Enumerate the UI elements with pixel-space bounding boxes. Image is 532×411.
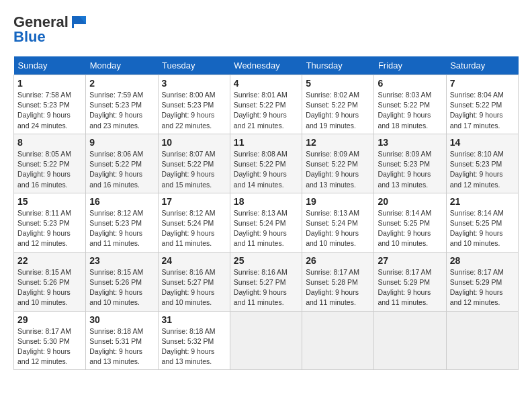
calendar-cell: 16Sunrise: 8:12 AM Sunset: 5:23 PM Dayli… <box>86 193 158 252</box>
day-number: 3 <box>162 78 226 89</box>
day-number: 19 <box>306 196 370 207</box>
day-info: Sunrise: 8:13 AM Sunset: 5:24 PM Dayligh… <box>306 208 370 249</box>
day-number: 13 <box>378 137 442 148</box>
calendar-cell: 7Sunrise: 8:04 AM Sunset: 5:22 PM Daylig… <box>446 75 518 134</box>
day-number: 26 <box>306 255 370 266</box>
calendar-cell: 5Sunrise: 8:02 AM Sunset: 5:22 PM Daylig… <box>302 75 374 134</box>
day-info: Sunrise: 8:09 AM Sunset: 5:22 PM Dayligh… <box>306 149 370 190</box>
calendar-week-row: 29Sunrise: 8:17 AM Sunset: 5:30 PM Dayli… <box>14 311 519 370</box>
day-info: Sunrise: 8:18 AM Sunset: 5:31 PM Dayligh… <box>89 326 154 367</box>
day-of-week-header: Sunday <box>14 56 86 75</box>
logo: General Blue <box>13 13 89 46</box>
day-info: Sunrise: 8:14 AM Sunset: 5:25 PM Dayligh… <box>378 208 442 249</box>
day-info: Sunrise: 8:04 AM Sunset: 5:22 PM Dayligh… <box>450 90 515 131</box>
day-number: 17 <box>162 196 226 207</box>
day-info: Sunrise: 8:17 AM Sunset: 5:28 PM Dayligh… <box>306 267 370 308</box>
day-number: 22 <box>17 255 82 266</box>
calendar-cell: 26Sunrise: 8:17 AM Sunset: 5:28 PM Dayli… <box>302 252 374 311</box>
calendar-cell: 8Sunrise: 8:05 AM Sunset: 5:22 PM Daylig… <box>14 134 86 193</box>
page-header: General Blue <box>13 13 519 46</box>
calendar-header-row: SundayMondayTuesdayWednesdayThursdayFrid… <box>14 56 519 75</box>
day-number: 5 <box>306 78 370 89</box>
day-number: 20 <box>378 196 442 207</box>
day-of-week-header: Wednesday <box>230 56 302 75</box>
day-info: Sunrise: 8:15 AM Sunset: 5:26 PM Dayligh… <box>89 267 154 308</box>
day-number: 23 <box>89 255 154 266</box>
day-number: 29 <box>17 314 82 325</box>
day-number: 18 <box>234 196 298 207</box>
day-number: 16 <box>89 196 154 207</box>
calendar-cell: 23Sunrise: 8:15 AM Sunset: 5:26 PM Dayli… <box>86 252 158 311</box>
day-info: Sunrise: 8:17 AM Sunset: 5:29 PM Dayligh… <box>378 267 442 308</box>
calendar-cell: 29Sunrise: 8:17 AM Sunset: 5:30 PM Dayli… <box>14 311 86 370</box>
day-info: Sunrise: 8:01 AM Sunset: 5:22 PM Dayligh… <box>234 90 298 131</box>
day-info: Sunrise: 8:14 AM Sunset: 5:25 PM Dayligh… <box>450 208 515 249</box>
calendar-cell: 2Sunrise: 7:59 AM Sunset: 5:23 PM Daylig… <box>86 75 158 134</box>
day-number: 27 <box>378 255 442 266</box>
day-info: Sunrise: 8:02 AM Sunset: 5:22 PM Dayligh… <box>306 90 370 131</box>
day-number: 4 <box>234 78 298 89</box>
day-info: Sunrise: 8:15 AM Sunset: 5:26 PM Dayligh… <box>17 267 82 308</box>
calendar-week-row: 22Sunrise: 8:15 AM Sunset: 5:26 PM Dayli… <box>14 252 519 311</box>
calendar-week-row: 15Sunrise: 8:11 AM Sunset: 5:23 PM Dayli… <box>14 193 519 252</box>
calendar-cell <box>446 311 518 370</box>
calendar-cell: 17Sunrise: 8:12 AM Sunset: 5:24 PM Dayli… <box>158 193 230 252</box>
day-info: Sunrise: 8:17 AM Sunset: 5:29 PM Dayligh… <box>450 267 515 308</box>
day-number: 31 <box>162 314 226 325</box>
day-info: Sunrise: 8:00 AM Sunset: 5:23 PM Dayligh… <box>162 90 226 131</box>
day-number: 30 <box>89 314 154 325</box>
day-info: Sunrise: 8:18 AM Sunset: 5:32 PM Dayligh… <box>162 326 226 367</box>
day-number: 11 <box>234 137 298 148</box>
calendar-cell: 9Sunrise: 8:06 AM Sunset: 5:22 PM Daylig… <box>86 134 158 193</box>
day-info: Sunrise: 8:07 AM Sunset: 5:22 PM Dayligh… <box>162 149 226 190</box>
day-number: 9 <box>89 137 154 148</box>
day-of-week-header: Thursday <box>302 56 374 75</box>
day-info: Sunrise: 8:17 AM Sunset: 5:30 PM Dayligh… <box>17 326 82 367</box>
day-number: 10 <box>162 137 226 148</box>
calendar-cell: 28Sunrise: 8:17 AM Sunset: 5:29 PM Dayli… <box>446 252 518 311</box>
calendar-cell: 24Sunrise: 8:16 AM Sunset: 5:27 PM Dayli… <box>158 252 230 311</box>
calendar-cell: 22Sunrise: 8:15 AM Sunset: 5:26 PM Dayli… <box>14 252 86 311</box>
calendar-cell: 25Sunrise: 8:16 AM Sunset: 5:27 PM Dayli… <box>230 252 302 311</box>
calendar-cell: 13Sunrise: 8:09 AM Sunset: 5:23 PM Dayli… <box>374 134 446 193</box>
calendar-cell: 18Sunrise: 8:13 AM Sunset: 5:24 PM Dayli… <box>230 193 302 252</box>
calendar-cell: 6Sunrise: 8:03 AM Sunset: 5:22 PM Daylig… <box>374 75 446 134</box>
calendar-cell: 3Sunrise: 8:00 AM Sunset: 5:23 PM Daylig… <box>158 75 230 134</box>
day-number: 15 <box>17 196 82 207</box>
day-number: 14 <box>450 137 515 148</box>
day-of-week-header: Tuesday <box>158 56 230 75</box>
calendar-cell: 30Sunrise: 8:18 AM Sunset: 5:31 PM Dayli… <box>86 311 158 370</box>
calendar-cell: 19Sunrise: 8:13 AM Sunset: 5:24 PM Dayli… <box>302 193 374 252</box>
day-info: Sunrise: 8:03 AM Sunset: 5:22 PM Dayligh… <box>378 90 442 131</box>
calendar-cell: 1Sunrise: 7:58 AM Sunset: 5:23 PM Daylig… <box>14 75 86 134</box>
day-info: Sunrise: 8:12 AM Sunset: 5:23 PM Dayligh… <box>89 208 154 249</box>
day-number: 21 <box>450 196 515 207</box>
calendar-cell: 12Sunrise: 8:09 AM Sunset: 5:22 PM Dayli… <box>302 134 374 193</box>
day-number: 6 <box>378 78 442 89</box>
calendar-week-row: 1Sunrise: 7:58 AM Sunset: 5:23 PM Daylig… <box>14 75 519 134</box>
day-of-week-header: Friday <box>374 56 446 75</box>
day-number: 24 <box>162 255 226 266</box>
day-info: Sunrise: 8:08 AM Sunset: 5:22 PM Dayligh… <box>234 149 298 190</box>
logo-flag-icon <box>70 15 89 30</box>
day-info: Sunrise: 8:06 AM Sunset: 5:22 PM Dayligh… <box>89 149 154 190</box>
calendar-cell: 27Sunrise: 8:17 AM Sunset: 5:29 PM Dayli… <box>374 252 446 311</box>
day-of-week-header: Monday <box>86 56 158 75</box>
day-info: Sunrise: 8:12 AM Sunset: 5:24 PM Dayligh… <box>162 208 226 249</box>
calendar-cell: 31Sunrise: 8:18 AM Sunset: 5:32 PM Dayli… <box>158 311 230 370</box>
day-info: Sunrise: 7:59 AM Sunset: 5:23 PM Dayligh… <box>89 90 154 131</box>
calendar-cell: 10Sunrise: 8:07 AM Sunset: 5:22 PM Dayli… <box>158 134 230 193</box>
calendar-cell: 20Sunrise: 8:14 AM Sunset: 5:25 PM Dayli… <box>374 193 446 252</box>
calendar-cell: 21Sunrise: 8:14 AM Sunset: 5:25 PM Dayli… <box>446 193 518 252</box>
day-info: Sunrise: 8:16 AM Sunset: 5:27 PM Dayligh… <box>234 267 298 308</box>
day-info: Sunrise: 8:16 AM Sunset: 5:27 PM Dayligh… <box>162 267 226 308</box>
day-of-week-header: Saturday <box>446 56 518 75</box>
day-info: Sunrise: 8:05 AM Sunset: 5:22 PM Dayligh… <box>17 149 82 190</box>
day-number: 12 <box>306 137 370 148</box>
day-info: Sunrise: 8:13 AM Sunset: 5:24 PM Dayligh… <box>234 208 298 249</box>
calendar-cell: 4Sunrise: 8:01 AM Sunset: 5:22 PM Daylig… <box>230 75 302 134</box>
day-number: 25 <box>234 255 298 266</box>
logo-blue: Blue <box>13 28 46 46</box>
day-number: 7 <box>450 78 515 89</box>
day-info: Sunrise: 7:58 AM Sunset: 5:23 PM Dayligh… <box>17 90 82 131</box>
